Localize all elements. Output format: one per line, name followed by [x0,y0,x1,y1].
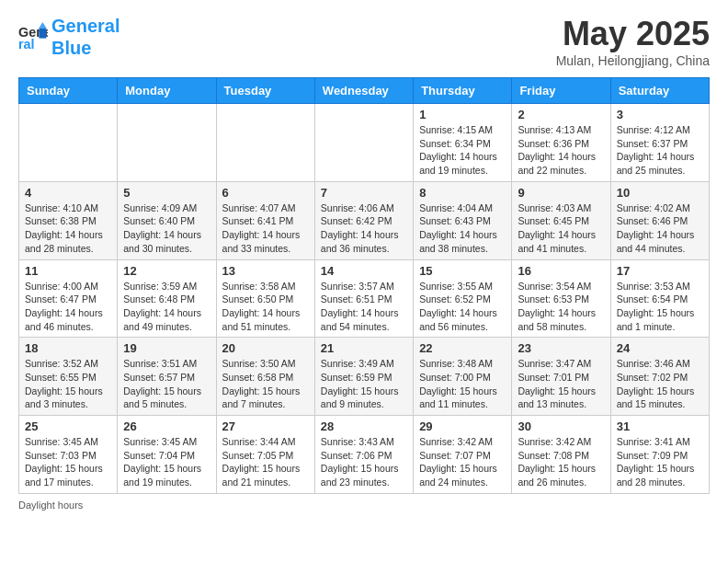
col-header-friday: Friday [512,78,610,104]
day-info: Sunrise: 4:04 AM Sunset: 6:43 PM Dayligh… [419,201,506,256]
calendar-cell: 13Sunrise: 3:58 AM Sunset: 6:50 PM Dayli… [216,259,314,338]
calendar-cell: 19Sunrise: 3:51 AM Sunset: 6:57 PM Dayli… [118,338,216,416]
calendar-cell: 24Sunrise: 3:46 AM Sunset: 7:02 PM Dayli… [610,338,709,416]
day-number: 20 [222,341,309,355]
calendar-cell: 2Sunrise: 4:13 AM Sunset: 6:36 PM Daylig… [512,104,610,182]
day-number: 14 [321,264,407,278]
day-info: Sunrise: 3:52 AM Sunset: 6:55 PM Dayligh… [25,357,111,411]
day-info: Sunrise: 3:45 AM Sunset: 7:03 PM Dayligh… [25,435,111,489]
calendar-cell: 30Sunrise: 3:42 AM Sunset: 7:08 PM Dayli… [512,416,610,494]
day-info: Sunrise: 4:10 AM Sunset: 6:38 PM Dayligh… [25,201,111,256]
col-header-tuesday: Tuesday [216,78,314,104]
calendar-cell: 12Sunrise: 3:59 AM Sunset: 6:48 PM Dayli… [118,259,216,338]
calendar-cell: 8Sunrise: 4:04 AM Sunset: 6:43 PM Daylig… [414,181,512,259]
day-number: 30 [518,419,604,433]
day-number: 9 [518,186,604,200]
day-info: Sunrise: 3:59 AM Sunset: 6:48 PM Dayligh… [123,280,210,334]
calendar-table: SundayMondayTuesdayWednesdayThursdayFrid… [18,77,710,494]
day-number: 8 [419,186,506,200]
day-number: 1 [419,108,506,121]
calendar-cell: 28Sunrise: 3:43 AM Sunset: 7:06 PM Dayli… [314,416,413,494]
day-number: 22 [419,341,506,355]
title-block: May 2025 Mulan, Heilongjiang, China [556,15,710,68]
day-info: Sunrise: 3:44 AM Sunset: 7:05 PM Dayligh… [222,435,309,489]
calendar-cell: 25Sunrise: 3:45 AM Sunset: 7:03 PM Dayli… [19,416,118,494]
col-header-thursday: Thursday [414,78,512,104]
calendar-cell: 20Sunrise: 3:50 AM Sunset: 6:58 PM Dayli… [216,338,314,416]
day-info: Sunrise: 4:15 AM Sunset: 6:34 PM Dayligh… [419,123,506,178]
calendar-cell: 23Sunrise: 3:47 AM Sunset: 7:01 PM Dayli… [512,338,610,416]
day-number: 15 [419,264,506,278]
day-number: 11 [25,264,111,278]
day-number: 17 [617,264,703,278]
calendar-cell: 10Sunrise: 4:02 AM Sunset: 6:46 PM Dayli… [610,181,709,259]
month-title: May 2025 [556,15,710,53]
day-info: Sunrise: 3:50 AM Sunset: 6:58 PM Dayligh… [222,357,309,411]
day-number: 29 [419,419,506,433]
calendar-cell: 21Sunrise: 3:49 AM Sunset: 6:59 PM Dayli… [314,338,413,416]
day-info: Sunrise: 3:42 AM Sunset: 7:08 PM Dayligh… [518,435,604,489]
day-number: 16 [518,264,604,278]
col-header-saturday: Saturday [610,78,709,104]
day-number: 23 [518,341,604,355]
day-number: 3 [617,108,703,121]
day-number: 28 [321,419,407,433]
day-info: Sunrise: 4:06 AM Sunset: 6:42 PM Dayligh… [321,201,407,256]
calendar-cell: 22Sunrise: 3:48 AM Sunset: 7:00 PM Dayli… [414,338,512,416]
day-info: Sunrise: 3:54 AM Sunset: 6:53 PM Dayligh… [518,280,604,334]
day-info: Sunrise: 3:58 AM Sunset: 6:50 PM Dayligh… [222,280,309,334]
day-info: Sunrise: 4:09 AM Sunset: 6:40 PM Dayligh… [123,201,210,256]
day-info: Sunrise: 3:46 AM Sunset: 7:02 PM Dayligh… [617,357,703,411]
col-header-sunday: Sunday [19,78,118,104]
calendar-cell: 7Sunrise: 4:06 AM Sunset: 6:42 PM Daylig… [314,181,413,259]
calendar-week-2: 4Sunrise: 4:10 AM Sunset: 6:38 PM Daylig… [19,181,710,259]
day-number: 18 [25,341,111,355]
day-number: 19 [123,341,210,355]
day-number: 5 [123,186,210,200]
calendar-cell: 26Sunrise: 3:45 AM Sunset: 7:04 PM Dayli… [118,416,216,494]
calendar-week-4: 18Sunrise: 3:52 AM Sunset: 6:55 PM Dayli… [19,338,710,416]
page: Gene ral General Blue May 2025 Mulan, He… [0,0,728,525]
day-info: Sunrise: 3:47 AM Sunset: 7:01 PM Dayligh… [518,357,604,411]
footer: Daylight hours [18,500,710,511]
calendar-cell: 17Sunrise: 3:53 AM Sunset: 6:54 PM Dayli… [610,259,709,338]
day-info: Sunrise: 3:41 AM Sunset: 7:09 PM Dayligh… [617,435,703,489]
day-number: 12 [123,264,210,278]
day-info: Sunrise: 3:55 AM Sunset: 6:52 PM Dayligh… [419,280,506,334]
day-info: Sunrise: 3:45 AM Sunset: 7:04 PM Dayligh… [123,435,210,489]
calendar-cell [216,104,314,182]
calendar-cell: 14Sunrise: 3:57 AM Sunset: 6:51 PM Dayli… [314,259,413,338]
logo-text: General Blue [51,15,119,59]
day-number: 24 [617,341,703,355]
calendar-cell: 9Sunrise: 4:03 AM Sunset: 6:45 PM Daylig… [512,181,610,259]
calendar-cell [118,104,216,182]
day-number: 31 [617,419,703,433]
day-number: 21 [321,341,407,355]
day-info: Sunrise: 3:43 AM Sunset: 7:06 PM Dayligh… [321,435,407,489]
day-number: 26 [123,419,210,433]
day-info: Sunrise: 3:51 AM Sunset: 6:57 PM Dayligh… [123,357,210,411]
calendar-cell: 29Sunrise: 3:42 AM Sunset: 7:07 PM Dayli… [414,416,512,494]
day-number: 27 [222,419,309,433]
day-info: Sunrise: 4:03 AM Sunset: 6:45 PM Dayligh… [518,201,604,256]
day-info: Sunrise: 4:12 AM Sunset: 6:37 PM Dayligh… [617,123,703,178]
svg-text:ral: ral [18,37,35,52]
calendar-cell: 11Sunrise: 4:00 AM Sunset: 6:47 PM Dayli… [19,259,118,338]
calendar-week-1: 1Sunrise: 4:15 AM Sunset: 6:34 PM Daylig… [19,104,710,182]
day-number: 7 [321,186,407,200]
calendar-cell: 16Sunrise: 3:54 AM Sunset: 6:53 PM Dayli… [512,259,610,338]
day-number: 10 [617,186,703,200]
col-header-monday: Monday [118,78,216,104]
day-number: 2 [518,108,604,121]
logo-icon: Gene ral [18,22,48,52]
day-number: 6 [222,186,309,200]
header: Gene ral General Blue May 2025 Mulan, He… [18,15,710,68]
location: Mulan, Heilongjiang, China [556,53,710,68]
day-info: Sunrise: 4:07 AM Sunset: 6:41 PM Dayligh… [222,201,309,256]
header-row: SundayMondayTuesdayWednesdayThursdayFrid… [19,78,710,104]
day-number: 25 [25,419,111,433]
calendar-week-5: 25Sunrise: 3:45 AM Sunset: 7:03 PM Dayli… [19,416,710,494]
daylight-label: Daylight hours [18,500,83,511]
calendar-cell: 6Sunrise: 4:07 AM Sunset: 6:41 PM Daylig… [216,181,314,259]
calendar-cell [314,104,413,182]
